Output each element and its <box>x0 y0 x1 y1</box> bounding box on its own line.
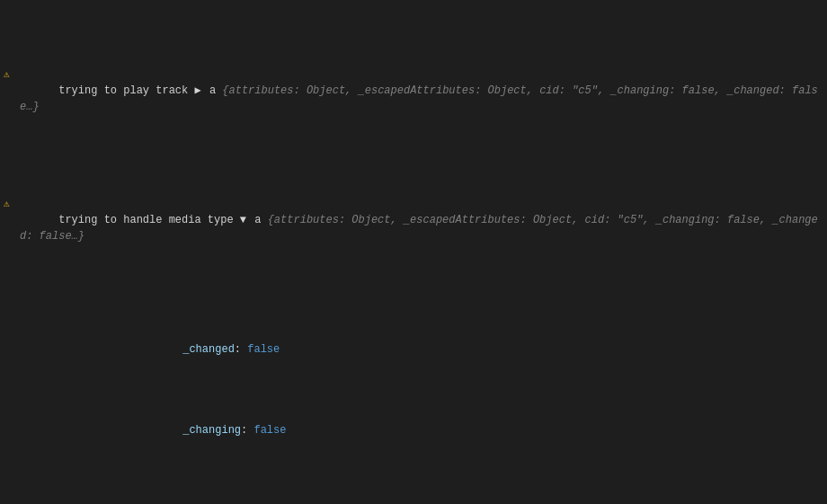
log-content-2: trying to handle media type ▼ a {attribu… <box>20 196 823 261</box>
log-line-1: ⚠ trying to play track ▶ a {attributes: … <box>0 66 827 131</box>
log-line-2: ⚠ trying to handle media type ▼ a {attri… <box>0 196 827 261</box>
tree1-changed: _changed: false <box>0 325 827 374</box>
key-changed: _changed <box>182 343 235 356</box>
text-trying-play: trying to play track <box>58 84 194 97</box>
collapse-arrow-1[interactable]: ▼ <box>240 214 246 226</box>
tree1-changing-content: _changing: false <box>144 406 823 455</box>
text-trying-handle: trying to handle media type <box>58 214 240 226</box>
val-changing: false <box>253 424 286 437</box>
text-a1: a <box>203 84 223 97</box>
console-output: ⚠ trying to play track ▶ a {attributes: … <box>0 0 827 504</box>
text-a2: a <box>248 214 268 226</box>
tree1-escaped-content: ▶_escapedAttributes: Object <box>144 487 823 504</box>
log-content-1: trying to play track ▶ a {attributes: Ob… <box>20 66 823 131</box>
expand-arrow-1[interactable]: ▶ <box>194 84 200 97</box>
warn-icon-2: ⚠ <box>4 197 16 212</box>
val-changed: false <box>247 343 280 356</box>
warn-icon-1: ⚠ <box>4 67 16 83</box>
tree1-escaped: ▶_escapedAttributes: Object <box>0 487 827 504</box>
sep1: : <box>235 343 247 356</box>
key-changing: _changing <box>182 424 241 437</box>
tree1-changing: _changing: false <box>0 406 827 455</box>
sep2: : <box>241 424 253 437</box>
tree1-changed-content: _changed: false <box>144 325 823 374</box>
